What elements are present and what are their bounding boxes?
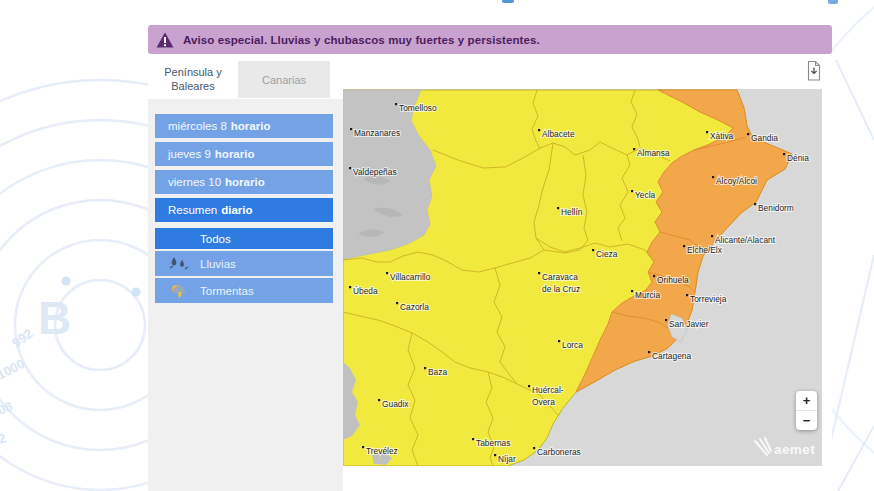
day-button-resumen-diario[interactable]: Resumen diario — [155, 198, 333, 222]
day-button-viernes-10[interactable]: viernes 10 horario — [155, 170, 333, 194]
map-city: Alcoy/Alcoi — [712, 176, 757, 186]
map-city: Albacete — [538, 129, 575, 139]
rain-icon — [169, 256, 193, 271]
map-city: Gandia — [747, 133, 778, 143]
map-city: Dénia — [783, 153, 809, 163]
map-zoom-control: + − — [796, 391, 817, 430]
map-city: Xàtiva — [706, 131, 734, 141]
svg-text:Alcoy/Alcoi: Alcoy/Alcoi — [716, 176, 757, 186]
zoom-out-button[interactable]: − — [796, 411, 817, 430]
svg-text:Manzanares: Manzanares — [354, 128, 400, 138]
map-city: Orihuela — [653, 275, 689, 285]
map-city: Hellín — [557, 207, 583, 217]
tab-peninsula-baleares[interactable]: Península y Baleares — [150, 61, 236, 98]
cropped-header-artifact — [502, 0, 514, 3]
watermark-pressure-letter: B — [38, 292, 71, 344]
zoom-in-button[interactable]: + — [796, 391, 817, 411]
filter-button-tormentas[interactable]: Tormentas — [155, 278, 333, 303]
svg-text:Tabernas: Tabernas — [476, 438, 510, 448]
map-city: San Javier — [665, 319, 709, 329]
day-button-group: miércoles 8 horario jueves 9 horario vie… — [155, 114, 333, 226]
svg-text:Cazorla: Cazorla — [400, 302, 429, 312]
svg-text:Alicante/Alacant: Alicante/Alacant — [715, 235, 776, 245]
map-city: Tabernas — [472, 438, 510, 448]
map-city: Níjar — [494, 454, 516, 464]
warnings-map[interactable]: TomellosoManzanaresValdepeñasAlbaceteAlm… — [343, 89, 822, 466]
map-city: Elche/Elx — [683, 245, 723, 255]
download-map-icon[interactable] — [805, 60, 823, 86]
svg-text:Cieza: Cieza — [596, 249, 618, 259]
tab-label: Península y Baleares — [150, 66, 236, 94]
svg-text:992: 992 — [9, 326, 35, 351]
filter-button-group: Todos Lluvias — [155, 228, 333, 305]
map-city: Baza — [424, 367, 447, 377]
map-city: Cazorla — [396, 302, 429, 312]
svg-text:Caravaca: Caravaca — [542, 272, 578, 282]
svg-text:Albacete: Albacete — [542, 129, 575, 139]
map-city: Benidorm — [754, 203, 794, 213]
day-button-jueves-9[interactable]: jueves 9 horario — [155, 142, 333, 166]
svg-text:Úbeda: Úbeda — [353, 286, 378, 296]
svg-text:Torrevieja: Torrevieja — [690, 294, 727, 304]
svg-text:Lorca: Lorca — [562, 340, 583, 350]
map-city: Villacarrillo — [386, 272, 431, 282]
map-city: Carboneras — [533, 447, 581, 457]
tab-canarias[interactable]: Canarias — [238, 61, 330, 98]
map-city: Tomelloso — [395, 103, 437, 113]
warnings-map-container: TomellosoManzanaresValdepeñasAlbaceteAlm… — [343, 89, 822, 466]
svg-text:Xàtiva: Xàtiva — [710, 131, 734, 141]
svg-text:Baza: Baza — [428, 367, 447, 377]
svg-text:Villacarrillo: Villacarrillo — [390, 272, 431, 282]
svg-text:Almansa: Almansa — [637, 148, 670, 158]
aemet-attribution-text: aemet — [774, 442, 815, 457]
svg-text:Níjar: Níjar — [498, 454, 516, 464]
map-city: Manzanares — [350, 128, 400, 138]
svg-text:Murcia: Murcia — [635, 290, 660, 300]
svg-text:Trevélez: Trevélez — [366, 446, 398, 456]
svg-text:San Javier: San Javier — [669, 319, 709, 329]
svg-text:de la Cruz: de la Cruz — [542, 284, 580, 294]
svg-text:Valdepeñas: Valdepeñas — [353, 167, 397, 177]
tab-label: Canarias — [262, 74, 306, 86]
svg-text:Carboneras: Carboneras — [537, 447, 581, 457]
svg-text:Yecla: Yecla — [635, 190, 656, 200]
svg-text:Huércal-: Huércal- — [532, 385, 564, 395]
filter-button-lluvias[interactable]: Lluvias — [155, 251, 333, 276]
day-button-miercoles-8[interactable]: miércoles 8 horario — [155, 114, 333, 138]
svg-text:Overa: Overa — [532, 397, 555, 407]
map-city: Almansa — [633, 148, 670, 158]
map-city: Murcia — [631, 290, 660, 300]
special-warning-banner: Aviso especial. Lluvias y chubascos muy … — [148, 25, 832, 54]
svg-text:Orihuela: Orihuela — [657, 275, 689, 285]
map-city: Trevélez — [362, 446, 398, 456]
filter-button-todos[interactable]: Todos — [155, 228, 333, 249]
svg-text:Cartagena: Cartagena — [652, 351, 691, 361]
svg-text:Gandia: Gandia — [751, 133, 778, 143]
svg-text:Elche/Elx: Elche/Elx — [687, 245, 723, 255]
svg-text:Guadix: Guadix — [382, 399, 409, 409]
map-city: Valdepeñas — [349, 167, 397, 177]
map-city: Cartagena — [648, 351, 691, 361]
warnings-page-content: Aviso especial. Lluvias y chubascos muy … — [148, 0, 832, 491]
warning-triangle-icon — [156, 32, 174, 48]
svg-text:Tomelloso: Tomelloso — [399, 103, 437, 113]
cropped-header-artifact — [828, 0, 838, 4]
svg-text:Benidorm: Benidorm — [758, 203, 794, 213]
banner-text: Aviso especial. Lluvias y chubascos muy … — [183, 34, 540, 46]
svg-text:Dénia: Dénia — [787, 153, 809, 163]
svg-text:2: 2 — [0, 430, 8, 447]
map-city: Lorca — [558, 340, 583, 350]
map-city: Caravacade la Cruz — [538, 272, 580, 294]
map-city: Yecla — [631, 190, 656, 200]
storm-icon — [169, 283, 193, 299]
map-city: Alicante/Alacant — [711, 235, 776, 245]
svg-text:Hellín: Hellín — [561, 207, 583, 217]
map-city: Cieza — [592, 249, 618, 259]
map-city: Úbeda — [349, 286, 378, 296]
map-city: Torrevieja — [686, 294, 727, 304]
map-city: Guadix — [378, 399, 409, 409]
